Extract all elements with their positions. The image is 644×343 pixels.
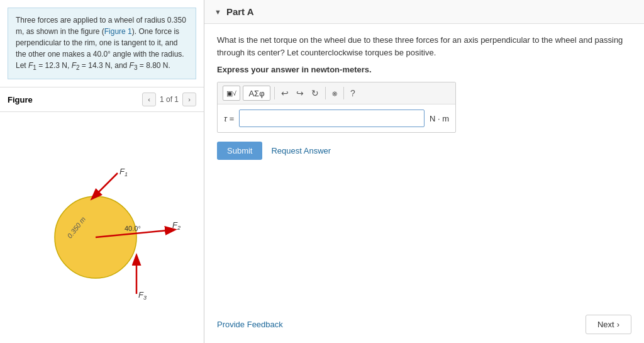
provide-feedback-link[interactable]: Provide Feedback [217,320,283,329]
editor-box: ▣√ ΑΣφ ↩ ↪ ↻ ⎈ ? τ = N · m [217,82,456,133]
figure-section: Figure ‹ 1 of 1 › 0.350 m F1 40.0° [0,87,204,343]
figure-link[interactable]: Figure 1 [104,27,132,36]
request-answer-link[interactable]: Request Answer [271,146,331,155]
toolbar-separator-2 [325,87,326,99]
input-row: τ = N · m [218,104,455,132]
right-panel: ▼ Part A What is the net torque on the w… [204,0,644,343]
left-panel: Three forces are applied to a wheel of r… [0,0,204,343]
next-button[interactable]: Next › [586,315,631,334]
tau-label: τ = [224,114,234,123]
figure-nav: ‹ 1 of 1 › [142,93,196,106]
part-collapse-icon[interactable]: ▼ [214,8,221,16]
express-label: Express your answer in newton-meters. [217,65,631,74]
part-header: ▼ Part A [204,0,644,24]
wheel-figure: 0.350 m F1 40.0° F2 F3 [20,155,184,300]
redo-button[interactable]: ↪ [294,87,306,99]
figure-canvas: 0.350 m F1 40.0° F2 F3 [0,112,204,343]
help-button[interactable]: ? [348,87,358,99]
svg-text:F1: F1 [119,167,128,177]
action-row: Submit Request Answer [217,142,631,160]
editor-toolbar: ▣√ ΑΣφ ↩ ↪ ↻ ⎈ ? [218,82,455,104]
figure-prev-button[interactable]: ‹ [142,93,156,106]
figure-title: Figure [8,95,142,104]
figure-page: 1 of 1 [160,95,179,104]
matrix-button[interactable]: ▣√ [223,86,240,101]
answer-input[interactable] [239,110,425,127]
problem-statement: Three forces are applied to a wheel of r… [8,8,196,79]
part-content: What is the net torque on the wheel due … [204,24,644,308]
svg-text:F2: F2 [172,220,180,231]
figure-next-button[interactable]: › [182,93,196,106]
svg-text:40.0°: 40.0° [125,225,141,232]
symbol-button[interactable]: ΑΣφ [243,86,270,101]
question-text: What is the net torque on the wheel due … [217,34,631,59]
keyboard-button[interactable]: ⎈ [330,87,340,99]
svg-text:F3: F3 [138,290,147,300]
part-title: Part A [226,6,254,17]
submit-button[interactable]: Submit [217,142,262,160]
next-label: Next [597,320,614,329]
bottom-row: Provide Feedback Next › [204,308,644,343]
figure-header: Figure ‹ 1 of 1 › [0,87,204,112]
toolbar-separator-3 [343,87,344,99]
next-chevron-icon: › [617,320,619,329]
undo-button[interactable]: ↩ [279,87,291,99]
unit-label: N · m [430,114,449,123]
svg-line-2 [92,173,118,198]
toolbar-separator-1 [274,87,275,99]
refresh-button[interactable]: ↻ [309,87,321,99]
